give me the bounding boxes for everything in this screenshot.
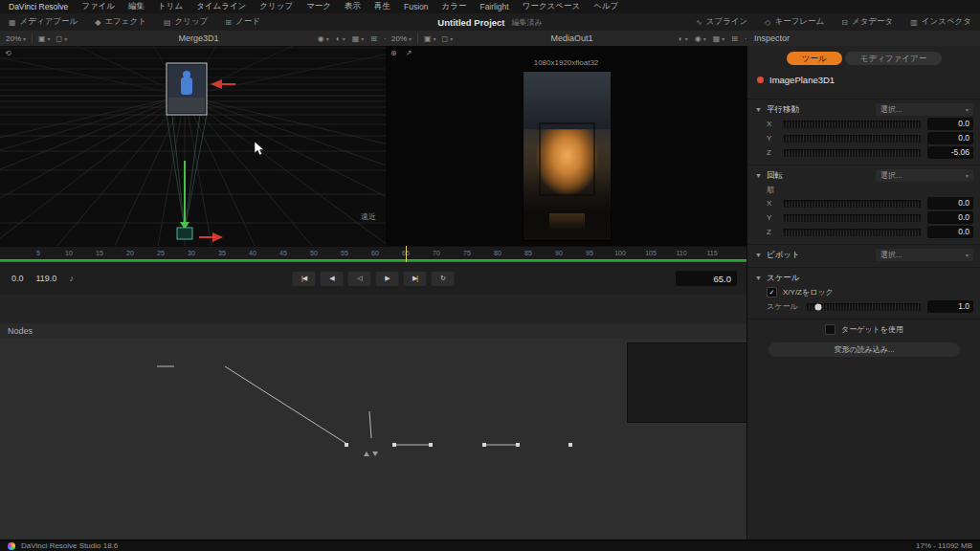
translate-y-value[interactable]: 0.0	[927, 132, 973, 144]
effects-button[interactable]: ◆ エフェクト	[86, 13, 155, 31]
timeline-ruler[interactable]: 5101520253035404550556065707580859095100…	[0, 246, 746, 260]
chevron-down-icon[interactable]: ▼	[755, 106, 762, 113]
chevron-down-icon: ▾	[966, 106, 969, 113]
chevron-down-icon[interactable]: ▼	[755, 275, 762, 281]
clips-button[interactable]: ▤ クリップ	[155, 13, 216, 31]
metadata-label: メタデータ	[852, 16, 893, 28]
use-target-checkbox[interactable]	[825, 324, 835, 335]
step-back-button[interactable]: ◀	[321, 272, 344, 286]
viewer-layout-icon[interactable]: ▣▾	[38, 34, 51, 43]
menu-item[interactable]: トリム	[151, 1, 189, 12]
image-plane-object[interactable]	[167, 63, 207, 115]
translate-x-slider[interactable]	[783, 121, 921, 128]
left-zoom-select[interactable]: 20% ▾	[6, 34, 26, 43]
rotate-z-slider[interactable]	[783, 229, 921, 236]
rotate-x-value[interactable]: 0.0	[927, 197, 973, 209]
pivot-title: ピボット	[767, 250, 800, 261]
rotate-z-value[interactable]: 0.0	[927, 226, 973, 238]
scale-section: ▼ スケール ✓ X/Y/Zをロック スケール 1.0	[747, 268, 980, 320]
ruler-tick: 80	[494, 250, 501, 256]
jump-start-button[interactable]: |◀	[293, 272, 316, 286]
jump-end-button[interactable]: ▶|	[404, 272, 427, 286]
grid-overlay-icon[interactable]: ▦▾	[713, 34, 725, 43]
playhead[interactable]	[406, 246, 407, 262]
inspector-button[interactable]: ▥ インスペクタ	[902, 16, 980, 28]
translate-z-slider[interactable]	[783, 149, 921, 157]
keyframes-button[interactable]: ◇ キーフレーム	[756, 16, 833, 28]
scale-lock-checkbox[interactable]: ✓	[767, 287, 777, 298]
clips-icon: ▤	[164, 18, 171, 27]
merge-input-triangles	[364, 452, 378, 456]
menu-item[interactable]: カラー	[435, 1, 474, 12]
axis-label: X	[767, 199, 776, 208]
split-wipe-icon[interactable]: ◐▾	[336, 34, 345, 43]
ruler-tick: 40	[249, 250, 256, 256]
3d-viewer[interactable]: ⟲	[0, 46, 387, 246]
chevron-down-icon[interactable]: ▼	[755, 252, 762, 258]
axis-label: Z	[767, 148, 776, 157]
loop-button[interactable]: ↻	[432, 272, 455, 286]
menu-item[interactable]: 表示	[338, 1, 368, 12]
rotate-y-value[interactable]: 0.0	[927, 211, 973, 224]
menu-app[interactable]: DaVinci Resolve	[2, 2, 75, 11]
menu-item[interactable]: 編集	[122, 1, 151, 12]
menu-item[interactable]: Fusion	[397, 2, 435, 11]
menu-item[interactable]: クリップ	[253, 1, 300, 12]
menu-item[interactable]: ファイル	[75, 1, 122, 12]
pivot-pick-dropdown[interactable]: 選択... ▾	[876, 249, 973, 261]
media-pool-button[interactable]: ▦ メディアプール	[0, 13, 86, 31]
audio-mute-icon[interactable]: ♪	[69, 274, 74, 283]
play-reverse-button[interactable]: ◁	[348, 272, 371, 286]
node-color-dot[interactable]	[757, 77, 764, 83]
scale-value[interactable]: 1.0	[927, 300, 973, 313]
perspective-mode-label[interactable]: 遠近	[361, 211, 376, 222]
color-controls-icon[interactable]: ◉▾	[695, 34, 706, 43]
expand-icon[interactable]: ⊞	[731, 34, 738, 43]
pan-icon[interactable]: ⊕	[390, 49, 397, 57]
right-zoom-select[interactable]: 20% ▾	[391, 34, 412, 43]
menu-item[interactable]: マーク	[300, 1, 338, 12]
viewer-options-icon[interactable]: ◻▾	[56, 34, 68, 43]
overlay-icon[interactable]: ▦▾	[352, 34, 365, 43]
ruler-tick: 85	[524, 250, 532, 256]
keyframe-overview-panel	[627, 342, 746, 423]
chevron-down-icon[interactable]: ▼	[755, 172, 762, 179]
spline-button[interactable]: ∿ スプライン	[687, 16, 756, 28]
node-editor-canvas[interactable]	[0, 339, 746, 540]
play-button[interactable]: ▶	[376, 272, 399, 286]
translate-x-value[interactable]: 0.0	[927, 118, 973, 130]
menu-item[interactable]: ワークスペース	[516, 1, 588, 12]
fit-icon[interactable]: ↗	[406, 49, 412, 57]
menu-item[interactable]: Fairlight	[473, 2, 515, 11]
nodes-button[interactable]: ⊞ ノード	[216, 13, 269, 31]
translate-z-value[interactable]: -5.06	[927, 146, 973, 159]
tab-modifiers[interactable]: モディファイアー	[845, 52, 942, 65]
chevron-down-icon: ▾	[703, 35, 706, 42]
split-wipe-icon[interactable]: ◐▾	[679, 34, 688, 43]
expand-icon[interactable]: ⊞	[370, 34, 377, 43]
scale-slider[interactable]	[806, 303, 921, 311]
davinci-logo	[8, 542, 15, 550]
menubar: DaVinci Resolveファイル編集トリムタイムラインクリップマーク表示再…	[0, 0, 980, 13]
color-controls-icon[interactable]: ◉▾	[318, 34, 329, 43]
translate-y-slider[interactable]	[783, 135, 921, 143]
keyframes-label: キーフレーム	[774, 16, 824, 28]
tab-tools[interactable]: ツール	[787, 52, 842, 65]
menu-item[interactable]: 再生	[368, 1, 397, 12]
camera-gizmo[interactable]	[177, 228, 192, 239]
import-transform-button[interactable]: 変形の読み込み...	[768, 342, 960, 357]
translation-pick-dropdown[interactable]: 選択... ▾	[876, 103, 973, 116]
mediaout-viewer[interactable]: ⊕↗ 1080x1920xfloat32	[386, 46, 747, 246]
current-frame-field[interactable]: 65.0	[676, 271, 737, 286]
viewer-layout-icon[interactable]: ▣▾	[424, 34, 436, 43]
rotation-pick-dropdown[interactable]: 選択... ▾	[876, 169, 973, 182]
y-axis-arrow[interactable]	[180, 161, 189, 230]
rotate-y-slider[interactable]	[783, 214, 921, 222]
menu-item[interactable]: タイムライン	[189, 1, 253, 12]
metadata-button[interactable]: ⊟ メタデータ	[833, 16, 902, 28]
menu-item[interactable]: ヘルプ	[587, 1, 625, 12]
rotate-x-slider[interactable]	[783, 200, 921, 208]
orbit-icon[interactable]: ⟲	[5, 49, 11, 57]
viewer-options-icon[interactable]: ◻▾	[442, 34, 454, 43]
slider-thumb[interactable]	[815, 303, 822, 310]
